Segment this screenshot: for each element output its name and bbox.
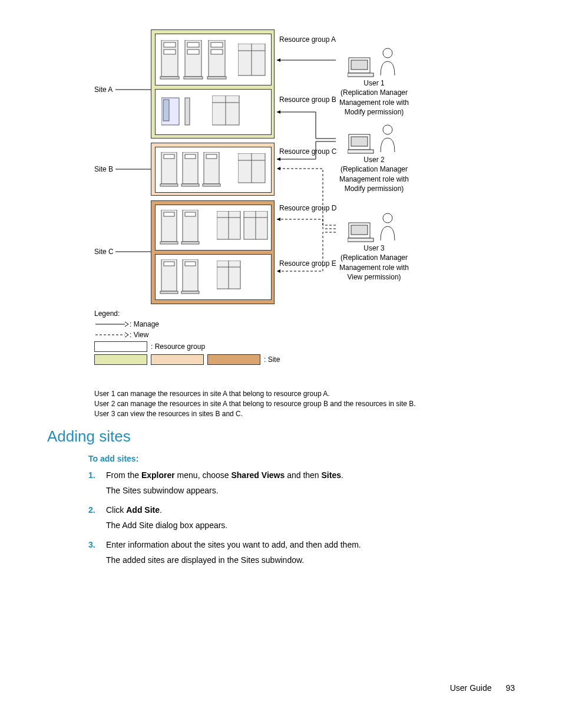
- site-b-box: [151, 143, 275, 196]
- legend-site-label: : Site: [264, 355, 280, 364]
- svg-rect-40: [185, 212, 196, 216]
- resource-group-d-box: [155, 205, 272, 251]
- arrow-solid-icon: [94, 320, 130, 328]
- svg-rect-49: [164, 262, 174, 266]
- svg-rect-37: [164, 212, 174, 216]
- svg-rect-38: [160, 242, 178, 244]
- note-2: User 2 can manage the resources in site …: [94, 399, 416, 409]
- legend-swatch-site-a: [94, 354, 147, 365]
- site-a-box: [151, 29, 275, 139]
- legend: Legend: : Manage : View : Resource group…: [94, 309, 448, 367]
- svg-rect-25: [160, 184, 178, 186]
- page-footer: User Guide 93: [450, 683, 515, 693]
- storage-icon: [212, 95, 242, 130]
- svg-rect-18: [185, 98, 190, 125]
- server-icon: [161, 95, 209, 130]
- step-2: 2. Click Add Site. The Add Site dialog b…: [88, 503, 501, 532]
- svg-rect-28: [181, 184, 199, 186]
- svg-point-68: [383, 213, 392, 223]
- svg-rect-53: [181, 291, 199, 294]
- step-1: 1. From the Explorer menu, choose Shared…: [88, 469, 501, 498]
- svg-rect-10: [211, 42, 223, 47]
- site-a-connector: [115, 85, 151, 94]
- section-subheading: To add sites:: [88, 454, 138, 463]
- storage-icon: [217, 211, 270, 244]
- note-3: User 3 can view the resources in sites B…: [94, 409, 416, 419]
- svg-rect-3: [164, 50, 176, 54]
- steps-list: 1. From the Explorer menu, choose Shared…: [88, 469, 501, 572]
- step-number: 2.: [88, 503, 106, 532]
- step-1-text: From the Explorer menu, choose Shared Vi…: [106, 470, 343, 480]
- legend-title: Legend:: [94, 309, 448, 318]
- storage-icon: [217, 261, 246, 294]
- step-number: 1.: [88, 469, 106, 498]
- resource-group-b-box: [155, 89, 272, 135]
- svg-rect-30: [206, 154, 217, 159]
- svg-rect-31: [203, 184, 220, 186]
- storage-icon: [238, 153, 267, 186]
- diagram-notes: User 1 can manage the resources in site …: [94, 389, 416, 419]
- legend-swatch-rg: [94, 341, 147, 352]
- svg-rect-6: [187, 42, 199, 47]
- server-icon: [159, 152, 236, 189]
- legend-view-label: : View: [130, 331, 148, 339]
- svg-rect-50: [160, 291, 178, 294]
- site-c-connector: [115, 247, 151, 256]
- svg-rect-7: [187, 50, 199, 54]
- arrow-overlay: [275, 24, 369, 307]
- svg-rect-12: [207, 77, 226, 79]
- footer-label: User Guide: [450, 683, 492, 693]
- section-heading: Adding sites: [47, 427, 131, 446]
- resource-group-c-box: [155, 147, 272, 193]
- svg-point-60: [383, 48, 392, 58]
- svg-rect-41: [181, 242, 199, 244]
- step-number: 3.: [88, 538, 106, 567]
- step-3-text: Enter information about the sites you wa…: [106, 540, 361, 549]
- page-number: 93: [505, 683, 515, 693]
- svg-point-64: [383, 125, 392, 134]
- legend-swatch-site-b: [151, 354, 204, 365]
- svg-rect-52: [185, 262, 196, 266]
- legend-rg-label: : Resource group: [151, 342, 205, 351]
- step-3: 3. Enter information about the sites you…: [88, 538, 501, 567]
- svg-rect-17: [163, 100, 169, 121]
- site-a-label: Site A: [94, 85, 113, 94]
- site-b-connector: [115, 164, 151, 174]
- page: Site A: [0, 0, 562, 728]
- site-c-label: Site C: [94, 248, 114, 256]
- note-1: User 1 can manage the resources in site …: [94, 389, 416, 399]
- server-icon: [159, 259, 216, 296]
- resource-group-e-box: [155, 254, 272, 300]
- step-2-sub: The Add Site dialog box appears.: [106, 519, 501, 532]
- site-c-box: [151, 200, 275, 304]
- resource-group-a-box: [155, 34, 272, 85]
- svg-rect-24: [164, 154, 174, 159]
- step-3-sub: The added sites are displayed in the Sit…: [106, 554, 501, 566]
- step-2-text: Click Add Site.: [106, 505, 162, 515]
- svg-rect-27: [185, 154, 196, 159]
- arrow-dashed-icon: [94, 331, 130, 339]
- storage-icon: [238, 44, 267, 79]
- site-b-label: Site B: [94, 165, 113, 173]
- legend-manage-label: : Manage: [130, 320, 159, 328]
- step-1-sub: The Sites subwindow appears.: [106, 484, 501, 497]
- server-icon: [159, 210, 216, 246]
- svg-rect-11: [211, 50, 223, 54]
- svg-rect-2: [164, 42, 176, 47]
- svg-rect-4: [160, 77, 179, 79]
- server-icon: [159, 40, 236, 81]
- svg-rect-8: [184, 77, 203, 79]
- legend-swatch-site-c: [207, 354, 260, 365]
